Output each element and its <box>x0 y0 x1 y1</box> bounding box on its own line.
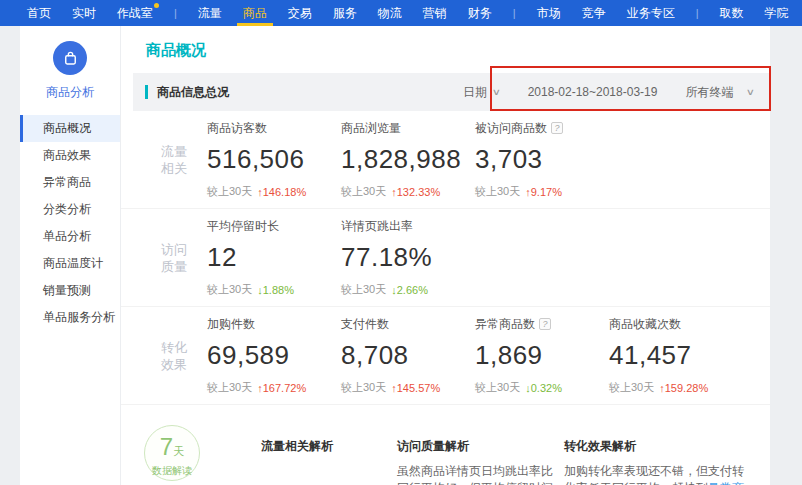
page-body: 商品分析 商品概况商品效果异常商品分类分析单品分析商品温度计销量预测单品服务分析… <box>0 26 802 485</box>
date-type-dropdown[interactable]: 日期 ∨ <box>463 84 500 101</box>
sidebar: 商品分析 商品概况商品效果异常商品分类分析单品分析商品温度计销量预测单品服务分析 <box>20 26 121 485</box>
nav-item-实时[interactable]: 实时 <box>72 0 96 26</box>
nav-item-物流[interactable]: 物流 <box>378 0 402 26</box>
compare-label: 较上30天 <box>207 184 252 199</box>
metric-card: 商品访客数516,506较上30天↑146.18% <box>207 120 341 199</box>
metric-card: 支付件数8,708较上30天↑145.57% <box>341 316 475 395</box>
help-icon[interactable]: ? <box>539 318 551 330</box>
insight-body: 虽然商品详情页日均跳出率比同行平均好，但平均停留时间低于同行平均，请关注页面搭建… <box>397 463 557 485</box>
sidebar-item-单品服务分析[interactable]: 单品服务分析 <box>20 304 120 331</box>
compare-label: 较上30天 <box>475 380 520 395</box>
metric-name: 平均停留时长 <box>207 218 341 234</box>
metric-row: 转化 效果加购件数69,589较上30天↑167.72%支付件数8,708较上3… <box>121 307 770 405</box>
nav-item-市场[interactable]: 市场 <box>537 0 561 26</box>
sidebar-item-分类分析[interactable]: 分类分析 <box>20 196 120 223</box>
change-down: ↓0.32% <box>525 382 562 394</box>
nav-item-商品[interactable]: 商品 <box>237 0 273 26</box>
sidebar-item-商品效果[interactable]: 商品效果 <box>20 142 120 169</box>
top-nav: 首页实时作战室|流量商品交易服务物流营销财务|市场竞争业务专区|取数学院 <box>0 0 802 26</box>
metric-compare: 较上30天↑167.72% <box>207 380 341 395</box>
sidebar-item-销量预测[interactable]: 销量预测 <box>20 277 120 304</box>
insight-column: 转化效果解析加购转化率表现还不错，但支付转化率低于同行平均，赶快到异常商品并结合… <box>564 438 746 485</box>
metric-compare: 较上30天↑9.17% <box>475 184 609 199</box>
filters: 日期 ∨ 2018-02-18~2018-03-19 所有终端 ∨ <box>435 84 754 101</box>
nav-item-业务专区[interactable]: 业务专区 <box>627 0 675 26</box>
nav-item-营销[interactable]: 营销 <box>423 0 447 26</box>
metric-name: 被访问商品数? <box>475 120 609 136</box>
terminal-dropdown[interactable]: 所有终端 ∨ <box>685 84 754 101</box>
metric-value: 8,708 <box>341 340 475 371</box>
sidebar-item-商品温度计[interactable]: 商品温度计 <box>20 250 120 277</box>
date-range-value: 2018-02-18~2018-03-19 <box>528 85 658 99</box>
shopping-bag-icon <box>53 41 87 75</box>
nav-item-交易[interactable]: 交易 <box>288 0 312 26</box>
nav-item-财务[interactable]: 财务 <box>468 0 492 26</box>
metric-compare: 较上30天↓2.66% <box>341 282 475 297</box>
metric-value: 12 <box>207 242 341 273</box>
insight-title: 流量相关解析 <box>261 438 381 455</box>
compare-label: 较上30天 <box>207 380 252 395</box>
nav-item-服务[interactable]: 服务 <box>333 0 357 26</box>
metric-value: 41,457 <box>609 340 743 371</box>
nav-item-学院[interactable]: 学院 <box>765 0 789 26</box>
nav-item-作战室[interactable]: 作战室 <box>117 0 153 26</box>
metric-name: 商品浏览量 <box>341 120 475 136</box>
chevron-down-icon: ∨ <box>746 87 755 97</box>
metric-compare: 较上30天↑146.18% <box>207 184 341 199</box>
insight-title: 访问质量解析 <box>397 438 557 455</box>
nav-item-流量[interactable]: 流量 <box>198 0 222 26</box>
metric-name: 异常商品数? <box>475 316 609 332</box>
metric-card: 被访问商品数?3,703较上30天↑9.17% <box>475 120 609 199</box>
change-down: ↓1.88% <box>257 284 294 296</box>
sidebar-item-异常商品[interactable]: 异常商品 <box>20 169 120 196</box>
change-up: ↑146.18% <box>257 186 306 198</box>
help-icon[interactable]: ? <box>551 122 563 134</box>
nav-divider: | <box>513 0 516 26</box>
nav-item-取数[interactable]: 取数 <box>720 0 744 26</box>
change-up: ↑159.28% <box>659 382 708 394</box>
metric-value: 77.18% <box>341 242 475 273</box>
terminal-value: 所有终端 <box>685 84 733 101</box>
change-up: ↑167.72% <box>257 382 306 394</box>
sidebar-section-title: 商品分析 <box>20 84 120 101</box>
notification-dot-icon <box>154 3 159 8</box>
nav-item-首页[interactable]: 首页 <box>27 0 51 26</box>
date-type-label: 日期 <box>463 84 487 101</box>
metric-card: 平均停留时长12较上30天↓1.88% <box>207 218 341 297</box>
sidebar-item-单品分析[interactable]: 单品分析 <box>20 223 120 250</box>
change-up: ↑145.57% <box>391 382 440 394</box>
metric-row: 流量 相关商品访客数516,506较上30天↑146.18%商品浏览量1,828… <box>121 111 770 209</box>
metric-name: 商品访客数 <box>207 120 341 136</box>
metric-value: 516,506 <box>207 144 341 175</box>
insight-column: 访问质量解析虽然商品详情页日均跳出率比同行平均好，但平均停留时间低于同行平均，请… <box>397 438 557 485</box>
metric-compare: 较上30天↓1.88% <box>207 282 341 297</box>
sidebar-item-商品概况[interactable]: 商品概况 <box>20 115 120 142</box>
section-accent-bar <box>145 85 148 99</box>
insight-text: 虽然商品详情页日均跳出率比同行平均好，但平均停留时间低于同行平均，请关注页面搭建… <box>397 464 553 485</box>
metric-group-label: 流量 相关 <box>141 143 207 177</box>
nav-item-竞争[interactable]: 竞争 <box>582 0 606 26</box>
compare-label: 较上30天 <box>341 184 386 199</box>
metric-card: 异常商品数?1,869较上30天↓0.32% <box>475 316 609 395</box>
change-down: ↓2.66% <box>391 284 428 296</box>
sidebar-menu: 商品概况商品效果异常商品分类分析单品分析商品温度计销量预测单品服务分析 <box>20 115 120 331</box>
metric-value: 1,828,988 <box>341 144 475 175</box>
metric-compare: 较上30天↑145.57% <box>341 380 475 395</box>
metrics-section: 流量 相关商品访客数516,506较上30天↑146.18%商品浏览量1,828… <box>121 111 770 405</box>
insight-column: 流量相关解析 <box>261 438 381 455</box>
badge-caption: 数据解读 <box>145 464 199 478</box>
compare-label: 较上30天 <box>609 380 654 395</box>
date-range-picker[interactable]: 2018-02-18~2018-03-19 <box>528 85 658 99</box>
metric-card: 加购件数69,589较上30天↑167.72% <box>207 316 341 395</box>
metric-name: 支付件数 <box>341 316 475 332</box>
metric-name: 加购件数 <box>207 316 341 332</box>
section-bar: 商品信息总况 日期 ∨ 2018-02-18~2018-03-19 所有终端 ∨ <box>133 73 770 111</box>
compare-label: 较上30天 <box>475 184 520 199</box>
main-content: 商品概况 商品信息总况 日期 ∨ 2018-02-18~2018-03-19 所… <box>121 26 770 485</box>
change-up: ↑132.33% <box>391 186 440 198</box>
metric-name: 详情页跳出率 <box>341 218 475 234</box>
metric-card: 商品浏览量1,828,988较上30天↑132.33% <box>341 120 475 199</box>
app-window: 首页实时作战室|流量商品交易服务物流营销财务|市场竞争业务专区|取数学院 商品分… <box>0 0 802 485</box>
metric-group-label: 转化 效果 <box>141 339 207 373</box>
metric-group-label: 访问 质量 <box>141 241 207 275</box>
